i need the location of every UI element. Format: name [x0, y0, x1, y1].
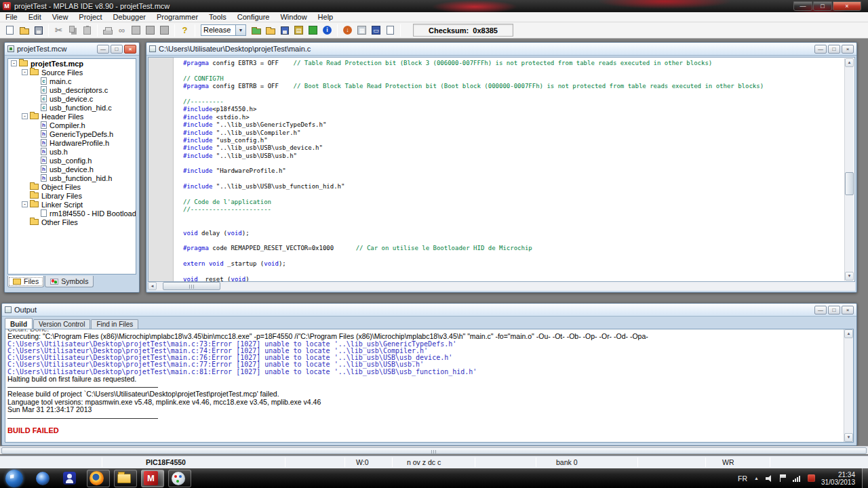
menu-help[interactable]: Help: [313, 12, 339, 22]
tree-item-label: Other Files: [41, 218, 78, 226]
project-tree[interactable]: -projetTest.mcp-Source Filescmain.ccusb_…: [7, 58, 136, 274]
tree-item[interactable]: hCompiler.h: [8, 121, 136, 129]
maximize-button[interactable]: □: [813, 1, 832, 11]
tree-item[interactable]: husb.h: [8, 147, 136, 156]
open-workspace-button[interactable]: [263, 24, 277, 37]
output-maximize-button[interactable]: □: [828, 306, 840, 314]
expander-icon[interactable]: -: [11, 60, 17, 66]
new-workspace-button[interactable]: [249, 24, 263, 37]
tree-item[interactable]: -Linker Script: [8, 200, 136, 209]
scroll-up-arrow-icon[interactable]: ▲: [845, 58, 854, 67]
export-hex-button[interactable]: [383, 24, 397, 37]
minimize-button[interactable]: —: [793, 1, 812, 11]
scroll-down-arrow-icon[interactable]: ▼: [845, 272, 854, 281]
taskbar-paint-button[interactable]: [168, 470, 191, 487]
editor-hscroll-thumb[interactable]: [163, 282, 220, 290]
build-all-button[interactable]: ▤: [292, 24, 306, 37]
project-window-titlebar[interactable]: projetTest.mcw — □ ×: [5, 43, 139, 56]
output-tab-find-in-files[interactable]: Find in Files: [91, 319, 138, 329]
expander-icon[interactable]: -: [22, 113, 28, 119]
menu-debugger[interactable]: Debugger: [108, 12, 151, 22]
mdi-hscroll-thumb[interactable]: [1, 447, 867, 454]
tree-item[interactable]: cusb_descriptors.c: [8, 85, 136, 94]
tree-item[interactable]: husb_function_hid.h: [8, 174, 136, 182]
taskbar-explorer-button[interactable]: [114, 470, 137, 487]
dropdown-arrow-icon[interactable]: ▼: [236, 24, 246, 36]
project-minimize-button[interactable]: —: [97, 45, 109, 54]
project-tab-files[interactable]: Files: [7, 276, 44, 287]
code-area[interactable]: #pragma config EBTR3 = OFF // Table Read…: [183, 60, 844, 281]
menu-file[interactable]: File: [0, 12, 23, 22]
language-indicator[interactable]: FR: [738, 474, 747, 483]
tree-item[interactable]: -projetTest.mcp: [8, 59, 136, 68]
new-file-button[interactable]: [3, 24, 17, 37]
editor-window-titlebar[interactable]: C:\Users\Utilisateur\Desktop\projetTest\…: [146, 43, 856, 56]
menu-project[interactable]: Project: [73, 12, 107, 22]
mdi-horizontal-scrollbar[interactable]: [0, 446, 868, 454]
tree-item[interactable]: cusb_function_hid.c: [8, 103, 136, 112]
blank-check-button[interactable]: ▦: [355, 24, 369, 37]
tree-item[interactable]: cusb_device.c: [8, 94, 136, 103]
tree-item[interactable]: hGenericTypeDefs.h: [8, 129, 136, 138]
project-close-button[interactable]: ×: [124, 45, 136, 54]
tree-item[interactable]: husb_device.h: [8, 165, 136, 174]
output-tab-version-control[interactable]: Version Control: [33, 319, 90, 329]
help-button[interactable]: ?: [178, 24, 192, 37]
scroll-left-arrow-icon[interactable]: ◄: [148, 282, 157, 290]
hidden-icons-button[interactable]: ▲: [754, 476, 759, 481]
editor-maximize-button[interactable]: □: [828, 45, 840, 54]
tree-item[interactable]: rm18f4550 - HID Bootload.lkr: [8, 209, 136, 218]
make-button[interactable]: [306, 24, 320, 37]
clock[interactable]: 21:34 31/03/2013: [821, 471, 855, 486]
expander-icon[interactable]: -: [22, 69, 28, 75]
menu-edit[interactable]: Edit: [23, 12, 47, 22]
project-maximize-button[interactable]: □: [111, 45, 123, 54]
taskbar-firefox-button[interactable]: [87, 470, 110, 487]
project-tab-symbols[interactable]: Symbols: [45, 276, 94, 287]
volume-icon[interactable]: [766, 475, 774, 482]
editor-close-button[interactable]: ×: [842, 45, 854, 54]
start-button[interactable]: [5, 470, 23, 487]
editor-gutter: [149, 58, 174, 281]
close-button[interactable]: ×: [833, 1, 861, 11]
action-center-icon[interactable]: [780, 474, 787, 482]
menu-tools[interactable]: Tools: [203, 12, 232, 22]
output-window-titlebar[interactable]: Output — □ ×: [2, 304, 856, 317]
read-target-button[interactable]: ▭: [369, 24, 383, 37]
tree-item[interactable]: -Header Files: [8, 112, 136, 121]
tree-item[interactable]: -Source Files: [8, 68, 136, 77]
editor-minimize-button[interactable]: —: [814, 45, 827, 54]
tree-item[interactable]: cmain.c: [8, 77, 136, 85]
network-icon[interactable]: [793, 475, 802, 482]
tree-item[interactable]: hHardwareProfile.h: [8, 138, 136, 147]
tree-item[interactable]: Library Files: [8, 191, 136, 200]
editor-vertical-scrollbar[interactable]: ▲ ▼: [844, 58, 854, 281]
tree-item[interactable]: Object Files: [8, 182, 136, 191]
tree-item[interactable]: Other Files: [8, 218, 136, 226]
editor-horizontal-scrollbar[interactable]: ◄: [148, 282, 855, 291]
build-info-button[interactable]: i: [320, 24, 334, 37]
h-file-icon: h: [41, 139, 47, 146]
code-segment: //----------------------: [183, 206, 271, 213]
menu-view[interactable]: View: [47, 12, 74, 22]
output-close-button[interactable]: ×: [842, 306, 854, 314]
save-workspace-button[interactable]: [277, 24, 292, 37]
power-icon[interactable]: [808, 474, 815, 482]
taskbar-media-player-button[interactable]: [33, 470, 56, 487]
output-minimize-button[interactable]: —: [814, 306, 827, 314]
open-file-button[interactable]: [17, 24, 31, 37]
menu-configure[interactable]: Configure: [232, 12, 275, 22]
taskbar-mplab-button[interactable]: M: [141, 470, 164, 487]
build-configuration-select[interactable]: Release ▼: [201, 24, 246, 36]
output-tab-build[interactable]: Build: [5, 318, 33, 329]
output-scroll-down-icon[interactable]: ▼: [844, 433, 853, 442]
tree-item[interactable]: husb_config.h: [8, 156, 136, 165]
program-target-button[interactable]: ↓: [340, 24, 355, 37]
menu-window[interactable]: Window: [275, 12, 312, 22]
menu-programmer[interactable]: Programmer: [151, 12, 203, 22]
output-scroll-up-icon[interactable]: ▲: [844, 329, 853, 338]
expander-icon[interactable]: -: [22, 201, 28, 207]
editor-vscroll-thumb[interactable]: [845, 172, 854, 195]
taskbar-user-app-button[interactable]: [60, 470, 83, 487]
show-desktop-button[interactable]: [862, 468, 868, 488]
